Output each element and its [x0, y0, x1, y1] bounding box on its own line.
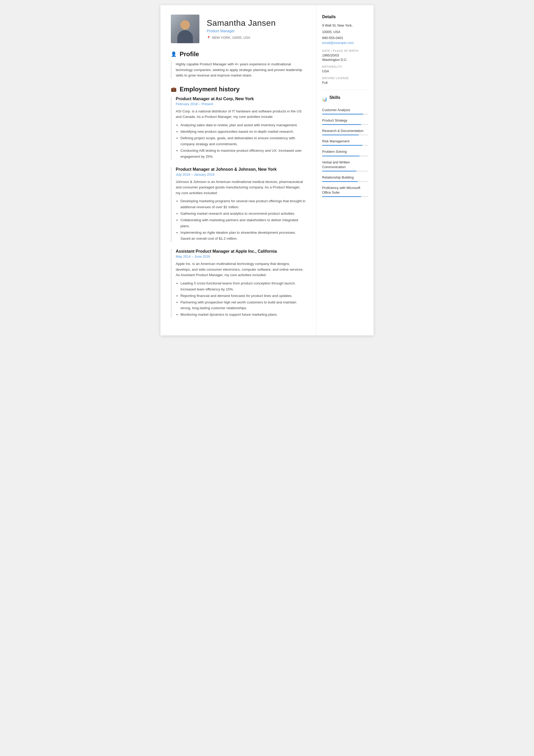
profile-content: Highly capable Product Manager with 4+ y…: [171, 62, 306, 78]
job-bullet-0-2: Defining project scope, goals, and deliv…: [180, 135, 306, 147]
skill-bar-fill-6: [322, 181, 358, 182]
avatar: [171, 14, 199, 43]
job-bullet-1-2: Collaborating with marketing partners an…: [180, 217, 306, 229]
job-description-2: Apple Inc. is an American multinational …: [176, 261, 306, 278]
location-icon: 📍: [207, 36, 211, 40]
driving-label: DRIVING LICENSE: [322, 77, 368, 80]
skill-bar-bg-5: [322, 171, 368, 172]
main-column: Samantha Jansen Product Manager 📍 NEW YO…: [161, 5, 317, 336]
dob-label: DATE / PLACE OF BIRTH: [322, 49, 368, 52]
skills-icon: 📊: [322, 97, 327, 102]
job-bullet-2-2: Partnering with prospective high net wor…: [180, 300, 306, 311]
skill-bar-bg-4: [322, 156, 368, 156]
job-title-2: Assistant Product Manager at Apple Inc.,…: [176, 249, 306, 254]
address-line1: 9 Wall St, New York,: [322, 23, 368, 28]
skill-item-4: Problem Solving: [322, 149, 368, 156]
job-bullet-2-0: Leading 5 cross-functional teams from pr…: [180, 281, 306, 292]
skills-title: Skills: [329, 95, 340, 100]
job-description-1: Johnson & Johnson is an American multina…: [176, 179, 306, 196]
skills-section-header: 📊 Skills: [322, 95, 368, 104]
header-section: Samantha Jansen Product Manager 📍 NEW YO…: [171, 14, 306, 43]
location-text: NEW YORK, 10005, USA: [212, 36, 250, 40]
job-bullet-1-0: Developing marketing programs for severa…: [180, 198, 306, 210]
skill-name-7: Proficiency with Microsoft Office Suite: [322, 186, 368, 195]
skills-container: Customer AnalysisProduct StrategyResearc…: [322, 108, 368, 197]
job-dates-0: February 2018 – Present: [176, 102, 306, 106]
profile-icon: 👤: [171, 51, 177, 57]
skill-bar-fill-3: [322, 145, 362, 146]
resume-page: Samantha Jansen Product Manager 📍 NEW YO…: [161, 5, 373, 336]
phone-number: 890-555-0401: [322, 36, 368, 40]
person-title: Product Manager: [207, 29, 306, 33]
job-bullet-1-1: Gathering market research and analytics …: [180, 211, 306, 217]
job-bullet-0-0: Analyzing sales data to review, plan and…: [180, 122, 306, 128]
skill-bar-bg-0: [322, 114, 368, 115]
skill-name-4: Problem Solving: [322, 149, 368, 154]
job-bullets-1: Developing marketing programs for severa…: [176, 198, 306, 242]
skill-name-3: Risk Management: [322, 139, 368, 144]
skill-bar-fill-5: [322, 171, 356, 172]
job-bullets-2: Leading 5 cross-functional teams from pr…: [176, 281, 306, 318]
skill-bar-fill-4: [322, 156, 360, 156]
skill-name-0: Customer Analysis: [322, 108, 368, 112]
skill-item-6: Relationship Building: [322, 175, 368, 182]
skill-bar-fill-2: [322, 135, 359, 135]
job-block-1: Product Manager at Johnson & Johnson, Ne…: [171, 167, 306, 242]
job-block-0: Product Manager at Asi Corp, New YorkFeb…: [171, 96, 306, 160]
skill-bar-fill-0: [322, 114, 363, 115]
profile-text: Highly capable Product Manager with 4+ y…: [176, 62, 306, 78]
skill-item-5: Verbal and Written Communication: [322, 160, 368, 172]
job-description-0: ASI Corp. is a national distributor of I…: [176, 109, 306, 120]
skill-bar-bg-3: [322, 145, 368, 146]
skill-name-5: Verbal and Written Communication: [322, 160, 368, 170]
job-bullets-0: Analyzing sales data to review, plan and…: [176, 122, 306, 160]
nationality-label: NATIONALITY: [322, 65, 368, 68]
skill-bar-bg-1: [322, 124, 368, 125]
job-title-1: Product Manager at Johnson & Johnson, Ne…: [176, 167, 306, 172]
skill-bar-fill-1: [322, 124, 361, 125]
skill-name-2: Research & Documentation: [322, 128, 368, 133]
dob-place: Washington D.C.: [322, 58, 368, 62]
employment-icon: 💼: [171, 86, 177, 92]
skill-item-7: Proficiency with Microsoft Office Suite: [322, 186, 368, 197]
jobs-container: Product Manager at Asi Corp, New YorkFeb…: [171, 96, 306, 318]
profile-section-header: 👤 Profile: [171, 50, 306, 58]
skill-item-3: Risk Management: [322, 139, 368, 146]
job-dates-2: May 2014 – June 2016: [176, 255, 306, 258]
skill-bar-fill-7: [322, 196, 361, 197]
job-block-2: Assistant Product Manager at Apple Inc.,…: [171, 249, 306, 318]
skill-name-6: Relationship Building: [322, 175, 368, 180]
employment-title: Employment history: [180, 86, 240, 93]
person-name: Samantha Jansen: [207, 18, 306, 28]
details-title: Details: [322, 14, 368, 19]
job-bullet-0-1: Identifying new product opportunities ba…: [180, 129, 306, 135]
job-bullet-0-3: Conducting A/B testing to maximize produ…: [180, 148, 306, 160]
job-title-0: Product Manager at Asi Corp, New York: [176, 96, 306, 101]
sidebar-column: Details 9 Wall St, New York, 10005, USA …: [317, 5, 373, 336]
skill-bar-bg-6: [322, 181, 368, 182]
nationality-value: USA: [322, 69, 368, 73]
skill-bar-bg-7: [322, 196, 368, 197]
job-bullet-2-3: Monitoring market dynamics to support fu…: [180, 312, 306, 318]
driving-value: Full: [322, 81, 368, 85]
skill-item-1: Product Strategy: [322, 118, 368, 125]
dob-value: 1985/20/03: [322, 53, 368, 57]
skill-name-1: Product Strategy: [322, 118, 368, 123]
profile-title: Profile: [180, 50, 199, 58]
email-address: email@example.com: [322, 41, 368, 45]
skill-bar-bg-2: [322, 135, 368, 135]
job-dates-1: July 2016 – January 2018: [176, 173, 306, 176]
job-bullet-2-1: Reporting financial and demand forecasts…: [180, 293, 306, 299]
address-line2: 10005, USA: [322, 29, 368, 35]
skill-item-2: Research & Documentation: [322, 128, 368, 135]
skill-item-0: Customer Analysis: [322, 108, 368, 115]
job-bullet-1-3: Implementing an Agile ideation plan to s…: [180, 230, 306, 242]
header-info: Samantha Jansen Product Manager 📍 NEW YO…: [207, 18, 306, 40]
person-location: 📍 NEW YORK, 10005, USA: [207, 36, 306, 40]
employment-section-header: 💼 Employment history: [171, 86, 306, 93]
